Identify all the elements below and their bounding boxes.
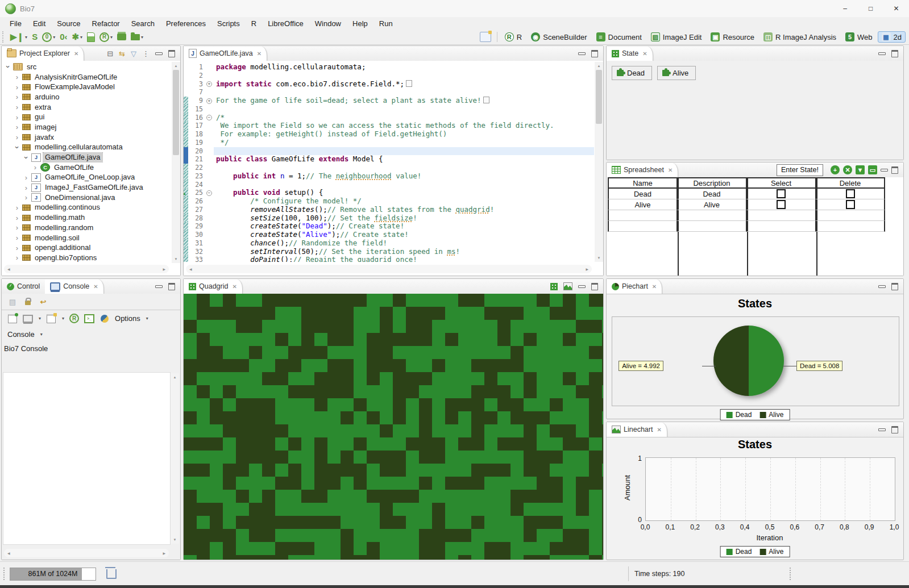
step-button[interactable]: 0‹ (59, 32, 68, 42)
chevron-down-icon[interactable]: ▾ (146, 316, 148, 321)
quadgrid-canvas[interactable] (184, 294, 603, 560)
table-cell[interactable]: Dead (678, 189, 747, 199)
terminal-console-icon[interactable]: >_ (84, 314, 94, 323)
editor-vscrollbar[interactable]: ▲ ▼ (595, 62, 603, 262)
tree-item-modelling-cellularautomata[interactable]: ›modelling.cellularautomata (2, 143, 171, 153)
zero-button[interactable]: 0▾ (41, 32, 56, 42)
tree-item-opengl-bio7options[interactable]: ›opengl.bio7options (2, 253, 171, 263)
code-text[interactable]: For example: getHeight() instead of Fiel… (214, 130, 594, 139)
tab-spreadsheet[interactable]: Spreadsheet ✕ (607, 163, 678, 177)
code-text[interactable] (214, 164, 594, 172)
bio7-flower-button[interactable]: ✱▾ (71, 32, 84, 42)
code-editor[interactable]: 1package modelling.cellularautomata;23+i… (184, 63, 594, 262)
checkbox[interactable] (777, 189, 786, 198)
fold-plus-icon[interactable]: + (206, 98, 212, 104)
code-text[interactable]: removeAllStates();// Remove all states f… (214, 206, 594, 214)
scroll-up-icon[interactable]: ▲ (171, 373, 179, 381)
code-text[interactable] (214, 181, 594, 189)
code-text[interactable]: createState("Alive");// Create state! (214, 231, 594, 239)
code-text[interactable]: package modelling.cellularautomata; (214, 63, 594, 72)
checkbox[interactable] (846, 189, 855, 198)
scroll-right-icon[interactable]: ▶ (163, 267, 165, 271)
console-vscrollbar[interactable]: ▲ ▼ (171, 373, 179, 544)
maximize-panel-button[interactable] (891, 50, 898, 57)
options-button[interactable]: Options (115, 314, 140, 323)
table-cell[interactable] (816, 199, 885, 210)
r-shell-button[interactable]: R▾ (98, 32, 114, 42)
chevron-down-icon[interactable]: ▾ (62, 316, 64, 321)
open-folder-icon[interactable]: ▭ (868, 165, 877, 174)
chevron-down-icon[interactable]: ▾ (80, 35, 82, 40)
import-button[interactable]: ▾ (130, 34, 144, 40)
show-chart-icon[interactable] (563, 282, 572, 290)
minimize-panel-button[interactable] (881, 169, 888, 172)
tree-item-flowexamplejavamodel[interactable]: ›FlowExampleJavaModel (2, 82, 171, 92)
state-button-dead[interactable]: Dead (612, 66, 652, 80)
menu-libreoffice[interactable]: LibreOffice (263, 18, 309, 29)
code-text[interactable]: createState("Dead");// Create state! (214, 222, 594, 231)
table-cell[interactable] (816, 189, 885, 199)
link-with-editor-icon[interactable]: ⇆ (119, 49, 125, 58)
perspective-2d[interactable]: ▦2d (878, 31, 906, 43)
tab-quadgrid[interactable]: Quadgrid ✕ (184, 280, 243, 294)
tree-item-gameoflife[interactable]: ›CGameOfLife (2, 162, 171, 173)
table-cell[interactable] (747, 210, 816, 221)
tree-item-gameoflife-oneloop-java[interactable]: ›JGameOfLife_OneLoop.java (2, 173, 171, 183)
table-cell[interactable]: Alive (678, 199, 747, 210)
minimize-panel-button[interactable] (878, 52, 886, 55)
enter-state-button[interactable]: Enter State! (777, 164, 823, 176)
tree-arrow-icon[interactable]: › (14, 73, 20, 81)
new-script-button[interactable] (86, 32, 96, 42)
word-wrap-icon[interactable]: ↩ (38, 297, 48, 306)
tree-arrow-icon[interactable]: › (14, 113, 20, 122)
table-cell[interactable] (816, 210, 885, 221)
tree-arrow-icon[interactable]: › (14, 203, 20, 212)
tree-item-opengl-additional[interactable]: ›opengl.additional (2, 243, 171, 253)
fold-plus-icon[interactable]: + (206, 81, 212, 87)
scroll-down-icon[interactable]: ▼ (595, 254, 603, 262)
tree-arrow-icon[interactable]: › (14, 83, 20, 91)
maximize-panel-button[interactable] (891, 426, 898, 433)
chevron-down-icon[interactable]: ▾ (40, 332, 43, 337)
tree-item-onedimensional-java[interactable]: ›JOneDimensional.java (2, 193, 171, 203)
chevron-down-icon[interactable]: ▾ (39, 316, 41, 321)
table-cell[interactable] (678, 221, 747, 232)
open-perspective-icon[interactable] (480, 32, 491, 42)
tree-arrow-icon[interactable]: › (13, 144, 22, 150)
run-pause-button[interactable]: ▶❙▾ (9, 32, 28, 42)
tree-arrow-icon[interactable]: › (14, 244, 20, 252)
print-button[interactable] (116, 34, 127, 40)
project-tree-hscrollbar[interactable]: ◀ ▶ (4, 265, 169, 273)
table-cell[interactable] (608, 221, 678, 232)
minimize-panel-button[interactable] (578, 285, 586, 288)
perspective-resource[interactable]: ▣Resource (707, 31, 758, 43)
chevron-down-icon[interactable]: ▾ (53, 35, 55, 40)
code-text[interactable]: */ (214, 139, 594, 147)
table-cell[interactable]: Dead (608, 189, 678, 199)
tree-arrow-icon[interactable]: › (22, 155, 31, 160)
tree-item-modelling-soil[interactable]: ›modelling.soil (2, 233, 171, 243)
garbage-collect-icon[interactable] (106, 569, 117, 579)
menu-scripts[interactable]: Scripts (212, 18, 245, 29)
open-console-icon[interactable] (46, 314, 56, 323)
minimize-panel-button[interactable] (578, 52, 586, 55)
tab-console[interactable]: Console ✕ (45, 280, 103, 294)
code-text[interactable]: import static com.eco.bio7.discrete.Fiel… (214, 80, 594, 89)
tree-arrow-icon[interactable]: › (32, 163, 38, 172)
close-icon[interactable]: ✕ (257, 51, 262, 57)
code-text[interactable]: public int n = 1;// The neighbourhood va… (214, 172, 594, 181)
console-output[interactable] (3, 372, 171, 545)
tree-item-imagej-fastgameoflife-java[interactable]: ›JImageJ_FastGameOfLife.java (2, 182, 171, 193)
code-text[interactable]: We import the Field so we can access the… (214, 122, 594, 130)
tab-state[interactable]: State ✕ (607, 47, 653, 61)
tree-arrow-icon[interactable]: › (14, 233, 20, 242)
scroll-up-icon[interactable]: ▲ (595, 62, 603, 70)
maximize-panel-button[interactable] (168, 50, 175, 57)
filter-icon[interactable]: ▽ (131, 49, 136, 58)
collapse-all-icon[interactable]: ⊟ (107, 49, 113, 58)
tree-item-modelling-random[interactable]: ›modelling.random (2, 223, 171, 233)
code-text[interactable]: public class GameOfLife extends Model { (214, 155, 594, 164)
menu-window[interactable]: Window (310, 18, 346, 29)
scroll-up-icon[interactable]: ▲ (172, 62, 180, 70)
tab-gameoflife-java[interactable]: J GameOfLife.java ✕ (184, 47, 267, 61)
